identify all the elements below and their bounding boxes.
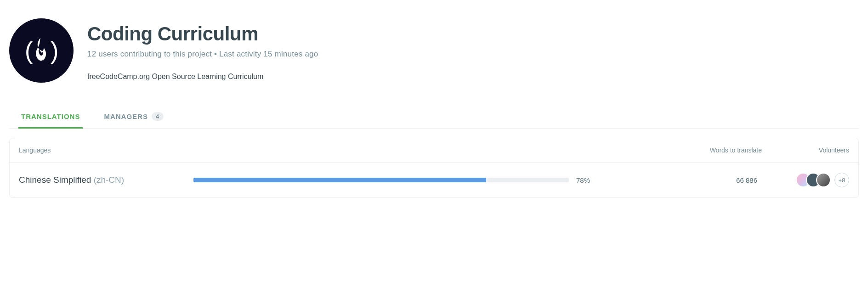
progress-percent: 78% [576, 176, 596, 184]
progress-bar [193, 178, 569, 182]
column-header-languages: Languages [19, 146, 193, 154]
tab-label: TRANSLATIONS [21, 113, 80, 120]
progress-cell: 78% [193, 176, 596, 184]
tab-managers-count: 4 [152, 112, 164, 121]
project-description: freeCodeCamp.org Open Source Learning Cu… [87, 73, 318, 81]
avatar[interactable] [816, 173, 831, 187]
project-header: ( ) Coding Curriculum 12 users contribut… [9, 9, 859, 92]
languages-panel: Languages Words to translate Volunteers … [9, 138, 859, 198]
words-to-translate: 66 886 [679, 176, 762, 184]
language-code: (zh-CN) [94, 175, 125, 185]
volunteers-avatars: +8 [762, 173, 849, 187]
language-link[interactable]: Chinese Simplified (zh-CN) [19, 175, 193, 185]
tab-managers[interactable]: MANAGERS 4 [101, 106, 166, 129]
column-header-words: Words to translate [679, 146, 762, 154]
freecodecamp-icon: ( ) [18, 28, 64, 73]
project-meta: 12 users contributing to this project • … [87, 50, 318, 59]
column-header-volunteers: Volunteers [762, 146, 849, 154]
language-name: Chinese Simplified [19, 175, 91, 185]
avatar-more-button[interactable]: +8 [834, 173, 849, 187]
tab-translations[interactable]: TRANSLATIONS [18, 106, 83, 129]
tab-label: MANAGERS [104, 113, 148, 120]
svg-text:(: ( [25, 37, 33, 64]
progress-fill [193, 178, 486, 182]
project-title: Coding Curriculum [87, 23, 318, 45]
tabs: TRANSLATIONS MANAGERS 4 [9, 106, 859, 129]
table-row: Chinese Simplified (zh-CN) 78% 66 886 +8 [10, 163, 858, 197]
project-info: Coding Curriculum 12 users contributing … [87, 18, 318, 81]
project-logo: ( ) [9, 18, 74, 83]
table-header: Languages Words to translate Volunteers [10, 138, 858, 163]
svg-text:): ) [51, 37, 58, 64]
